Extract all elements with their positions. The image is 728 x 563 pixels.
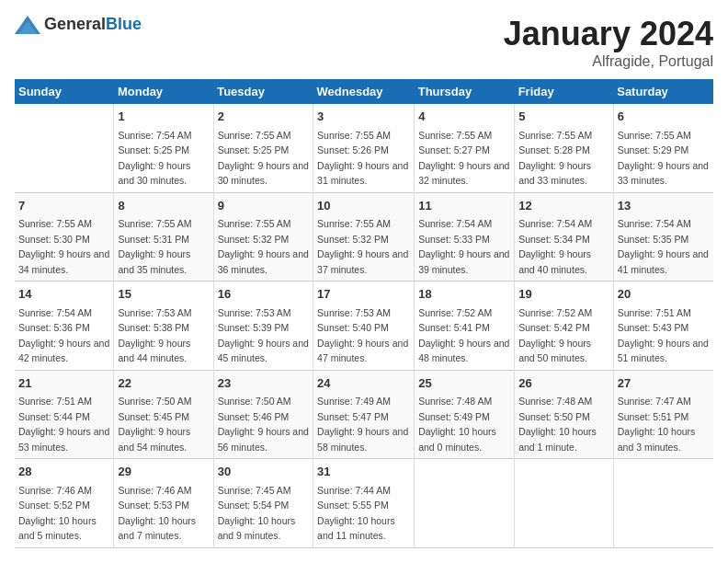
calendar-cell: 6Sunrise: 7:55 AMSunset: 5:29 PMDaylight…: [613, 104, 713, 192]
day-info: Sunrise: 7:48 AMSunset: 5:49 PMDaylight:…: [418, 396, 496, 453]
day-number: 4: [418, 108, 510, 126]
day-number: 10: [317, 197, 410, 215]
calendar-cell: 13Sunrise: 7:54 AMSunset: 5:35 PMDayligh…: [613, 192, 713, 282]
day-info: Sunrise: 7:49 AMSunset: 5:47 PMDaylight:…: [317, 396, 408, 453]
day-info: Sunrise: 7:54 AMSunset: 5:34 PMDaylight:…: [518, 218, 592, 275]
day-number: 16: [218, 285, 309, 304]
calendar-cell: 22Sunrise: 7:50 AMSunset: 5:45 PMDayligh…: [114, 370, 213, 459]
day-info: Sunrise: 7:54 AMSunset: 5:35 PMDaylight:…: [618, 218, 709, 275]
calendar-cell: [515, 459, 614, 548]
day-info: Sunrise: 7:55 AMSunset: 5:30 PMDaylight:…: [18, 218, 109, 275]
calendar-cell: [613, 459, 713, 548]
day-info: Sunrise: 7:54 AMSunset: 5:33 PMDaylight:…: [418, 218, 509, 275]
day-number: 9: [218, 197, 309, 215]
calendar-cell: [15, 104, 114, 192]
calendar-week-row: 21Sunrise: 7:51 AMSunset: 5:44 PMDayligh…: [15, 370, 713, 459]
calendar-cell: 28Sunrise: 7:46 AMSunset: 5:52 PMDayligh…: [15, 459, 114, 548]
calendar-week-row: 28Sunrise: 7:46 AMSunset: 5:52 PMDayligh…: [15, 459, 713, 548]
day-info: Sunrise: 7:46 AMSunset: 5:53 PMDaylight:…: [118, 485, 196, 542]
day-number: 28: [18, 463, 109, 481]
day-info: Sunrise: 7:44 AMSunset: 5:55 PMDaylight:…: [317, 485, 395, 542]
weekday-header: Wednesday: [313, 79, 415, 104]
day-number: 19: [518, 285, 609, 304]
day-number: 8: [118, 197, 209, 215]
calendar-cell: 31Sunrise: 7:44 AMSunset: 5:55 PMDayligh…: [313, 459, 415, 548]
calendar-week-row: 7Sunrise: 7:55 AMSunset: 5:30 PMDaylight…: [15, 192, 713, 282]
day-info: Sunrise: 7:51 AMSunset: 5:43 PMDaylight:…: [618, 307, 709, 364]
day-number: 7: [18, 197, 109, 215]
calendar-cell: 7Sunrise: 7:55 AMSunset: 5:30 PMDaylight…: [15, 192, 114, 282]
day-info: Sunrise: 7:52 AMSunset: 5:41 PMDaylight:…: [418, 307, 509, 364]
day-number: 14: [18, 285, 109, 304]
calendar-cell: 19Sunrise: 7:52 AMSunset: 5:42 PMDayligh…: [515, 282, 614, 371]
calendar-cell: 9Sunrise: 7:55 AMSunset: 5:32 PMDaylight…: [213, 192, 313, 282]
day-number: 12: [518, 197, 609, 215]
day-number: 29: [118, 463, 209, 481]
day-info: Sunrise: 7:54 AMSunset: 5:25 PMDaylight:…: [118, 130, 191, 187]
calendar-cell: 8Sunrise: 7:55 AMSunset: 5:31 PMDaylight…: [114, 192, 213, 282]
day-info: Sunrise: 7:55 AMSunset: 5:28 PMDaylight:…: [518, 130, 592, 187]
day-number: 27: [618, 374, 710, 393]
day-number: 1: [118, 108, 209, 126]
calendar-cell: 2Sunrise: 7:55 AMSunset: 5:25 PMDaylight…: [213, 104, 313, 192]
calendar-cell: 3Sunrise: 7:55 AMSunset: 5:26 PMDaylight…: [313, 104, 415, 192]
day-info: Sunrise: 7:48 AMSunset: 5:50 PMDaylight:…: [518, 396, 597, 453]
day-info: Sunrise: 7:51 AMSunset: 5:44 PMDaylight:…: [18, 396, 109, 453]
day-info: Sunrise: 7:46 AMSunset: 5:52 PMDaylight:…: [18, 485, 97, 542]
calendar-cell: 18Sunrise: 7:52 AMSunset: 5:41 PMDayligh…: [415, 282, 515, 371]
calendar-cell: [415, 459, 515, 548]
month-title: January 2024: [504, 15, 713, 53]
logo: GeneralBlue: [15, 15, 142, 34]
weekday-header: Friday: [515, 79, 614, 104]
day-info: Sunrise: 7:45 AMSunset: 5:54 PMDaylight:…: [218, 485, 296, 542]
calendar-cell: 11Sunrise: 7:54 AMSunset: 5:33 PMDayligh…: [415, 192, 515, 282]
day-number: 5: [518, 108, 609, 126]
calendar-cell: 12Sunrise: 7:54 AMSunset: 5:34 PMDayligh…: [515, 192, 614, 282]
calendar-cell: 17Sunrise: 7:53 AMSunset: 5:40 PMDayligh…: [313, 282, 415, 371]
page-header: GeneralBlue January 2024 Alfragide, Port…: [15, 15, 713, 70]
weekday-header: Monday: [114, 79, 213, 104]
calendar-cell: 30Sunrise: 7:45 AMSunset: 5:54 PMDayligh…: [213, 459, 313, 548]
logo-general: General: [44, 15, 106, 33]
day-info: Sunrise: 7:53 AMSunset: 5:40 PMDaylight:…: [317, 307, 408, 364]
day-number: 24: [317, 374, 410, 393]
day-number: 11: [418, 197, 510, 215]
weekday-header: Saturday: [613, 79, 713, 104]
day-info: Sunrise: 7:53 AMSunset: 5:38 PMDaylight:…: [118, 307, 191, 364]
title-block: January 2024 Alfragide, Portugal: [504, 15, 713, 70]
day-info: Sunrise: 7:53 AMSunset: 5:39 PMDaylight:…: [218, 307, 309, 364]
day-number: 21: [18, 374, 109, 393]
calendar-cell: 27Sunrise: 7:47 AMSunset: 5:51 PMDayligh…: [613, 370, 713, 459]
day-info: Sunrise: 7:52 AMSunset: 5:42 PMDaylight:…: [518, 307, 592, 364]
day-info: Sunrise: 7:54 AMSunset: 5:36 PMDaylight:…: [18, 307, 109, 364]
day-info: Sunrise: 7:47 AMSunset: 5:51 PMDaylight:…: [618, 396, 696, 453]
day-info: Sunrise: 7:55 AMSunset: 5:32 PMDaylight:…: [218, 218, 309, 275]
day-number: 25: [418, 374, 510, 393]
day-number: 15: [118, 285, 209, 304]
calendar-cell: 1Sunrise: 7:54 AMSunset: 5:25 PMDaylight…: [114, 104, 213, 192]
day-info: Sunrise: 7:55 AMSunset: 5:29 PMDaylight:…: [618, 130, 709, 187]
calendar-cell: 24Sunrise: 7:49 AMSunset: 5:47 PMDayligh…: [313, 370, 415, 459]
day-number: 2: [218, 108, 309, 126]
weekday-header: Thursday: [415, 79, 515, 104]
calendar-header-row: SundayMondayTuesdayWednesdayThursdayFrid…: [15, 79, 713, 104]
calendar-table: SundayMondayTuesdayWednesdayThursdayFrid…: [15, 79, 713, 548]
calendar-cell: 15Sunrise: 7:53 AMSunset: 5:38 PMDayligh…: [114, 282, 213, 371]
calendar-cell: 14Sunrise: 7:54 AMSunset: 5:36 PMDayligh…: [15, 282, 114, 371]
day-info: Sunrise: 7:55 AMSunset: 5:27 PMDaylight:…: [418, 130, 509, 187]
day-info: Sunrise: 7:55 AMSunset: 5:26 PMDaylight:…: [317, 130, 408, 187]
calendar-cell: 29Sunrise: 7:46 AMSunset: 5:53 PMDayligh…: [114, 459, 213, 548]
day-info: Sunrise: 7:55 AMSunset: 5:32 PMDaylight:…: [317, 218, 408, 275]
day-number: 13: [618, 197, 710, 215]
day-info: Sunrise: 7:55 AMSunset: 5:31 PMDaylight:…: [118, 218, 191, 275]
day-info: Sunrise: 7:50 AMSunset: 5:46 PMDaylight:…: [218, 396, 309, 453]
calendar-cell: 23Sunrise: 7:50 AMSunset: 5:46 PMDayligh…: [213, 370, 313, 459]
calendar-cell: 5Sunrise: 7:55 AMSunset: 5:28 PMDaylight…: [515, 104, 614, 192]
day-number: 31: [317, 463, 410, 481]
calendar-cell: 4Sunrise: 7:55 AMSunset: 5:27 PMDaylight…: [415, 104, 515, 192]
day-info: Sunrise: 7:50 AMSunset: 5:45 PMDaylight:…: [118, 396, 191, 453]
day-number: 6: [618, 108, 710, 126]
logo-blue: Blue: [106, 15, 142, 33]
calendar-cell: 16Sunrise: 7:53 AMSunset: 5:39 PMDayligh…: [213, 282, 313, 371]
day-info: Sunrise: 7:55 AMSunset: 5:25 PMDaylight:…: [218, 130, 309, 187]
